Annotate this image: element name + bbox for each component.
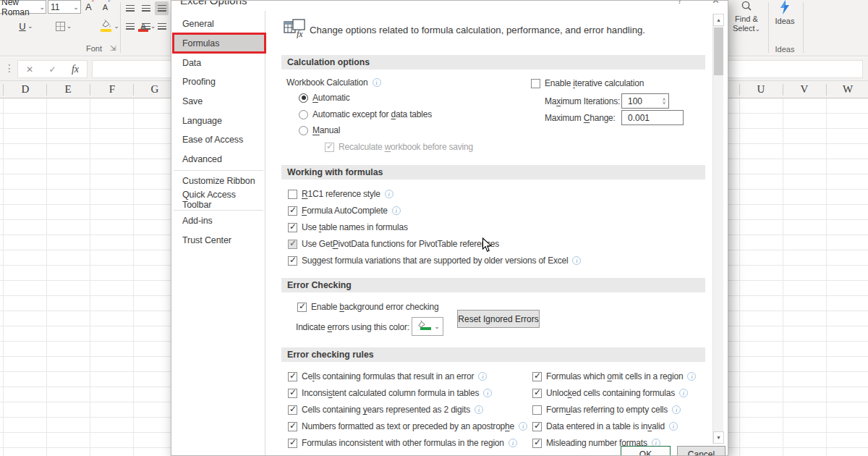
checkbox-icon[interactable] [288, 405, 297, 415]
error-color-dropdown[interactable] [412, 317, 443, 336]
checkbox-icon[interactable] [288, 223, 297, 232]
checkbox-icon[interactable] [532, 405, 542, 415]
checkbox-r1c1-reference-style[interactable]: R1C1 reference style [288, 188, 393, 200]
info-icon [669, 422, 678, 431]
scrollbar-thumb[interactable] [714, 28, 723, 75]
column-header-v[interactable]: V [801, 83, 809, 96]
radio-icon[interactable] [299, 93, 308, 103]
decrease-font-size-button[interactable]: A [98, 0, 114, 14]
checkbox-cells-formula-error[interactable]: Cells containing formulas that result in… [288, 371, 487, 382]
scroll-down-button[interactable]: ▼ [713, 431, 724, 444]
section-working-with-formulas: Working with formulas [281, 165, 705, 180]
fill-color-button[interactable] [94, 18, 126, 34]
checkbox-invalid-table-data[interactable]: Data entered in a table is invalid [532, 421, 678, 432]
checkbox-inconsistent-column-formula[interactable]: Inconsistent calculated column formula i… [288, 387, 492, 399]
radio-icon[interactable] [299, 110, 308, 119]
sidebar-item-trust-center[interactable]: Trust Center [174, 231, 265, 250]
ok-button[interactable]: OK [621, 446, 671, 456]
column-header-u[interactable]: U [757, 83, 765, 96]
max-change-input[interactable]: 0.001 [621, 110, 684, 125]
checkbox-enable-background-error-checking[interactable]: Enable background error checking [297, 301, 438, 313]
checkbox-icon[interactable] [532, 389, 542, 398]
align-left-button[interactable] [123, 20, 137, 33]
checkbox-formulas-omit-cells[interactable]: Formulas which omit cells in a region [532, 371, 696, 382]
checkbox-enable-iterative-calculation[interactable]: Enable iterative calculation [531, 77, 644, 89]
font-dialog-launcher-icon[interactable] [110, 44, 116, 52]
sidebar-item-quick-access-toolbar[interactable]: Quick Access Toolbar [174, 190, 265, 209]
sidebar-item-ease-of-access[interactable]: Ease of Access [174, 130, 265, 149]
radio-icon[interactable] [299, 126, 308, 135]
sidebar-item-general[interactable]: General [174, 14, 265, 33]
checkbox-icon[interactable] [288, 256, 297, 266]
scroll-up-button[interactable]: ▲ [713, 14, 724, 26]
column-header-w[interactable]: W [843, 83, 853, 96]
help-icon[interactable]: ? [677, 0, 682, 6]
align-center-button[interactable] [139, 20, 153, 33]
max-iterations-input[interactable]: 100 [621, 93, 669, 109]
font-name-combo[interactable]: New Roman [0, 0, 46, 14]
sidebar-item-customize-ribbon[interactable]: Customize Ribbon [174, 172, 265, 190]
close-icon[interactable]: ✕ [712, 0, 720, 6]
valign-middle-button[interactable] [139, 1, 153, 15]
checkbox-unlocked-cells-formulas[interactable]: Unlocked cells containing formulas [532, 387, 688, 399]
checkbox-suggest-formula-variations[interactable]: Suggest formula variations that are supp… [288, 255, 581, 266]
checkbox-formulas-empty-cells[interactable]: Formulas referring to empty cells [532, 404, 681, 415]
checkbox-icon[interactable] [532, 439, 542, 448]
group-separator [803, 2, 804, 53]
column-header-e[interactable]: E [64, 83, 71, 96]
checkbox-icon[interactable] [288, 206, 297, 216]
checkbox-icon[interactable] [288, 372, 297, 381]
info-icon [572, 256, 581, 265]
borders-button[interactable] [49, 18, 80, 34]
info-icon [392, 206, 401, 215]
find-select-button[interactable]: Find & Select [727, 0, 766, 34]
info-icon [672, 405, 681, 414]
checkbox-icon[interactable] [288, 240, 297, 249]
cancel-icon[interactable]: ✕ [26, 64, 33, 75]
section-error-checking-rules: Error checking rules [281, 347, 705, 362]
valign-top-button[interactable] [123, 1, 137, 15]
checkbox-use-getpivotdata[interactable]: Use GetPivotData functions for PivotTabl… [288, 238, 499, 250]
valign-bottom-button[interactable] [155, 1, 169, 15]
font-size-combo[interactable]: 11 [48, 0, 81, 14]
radio-manual[interactable]: Manual [299, 124, 340, 136]
checkbox-two-digit-years[interactable]: Cells containing years represented as 2 … [288, 404, 483, 415]
column-header-f[interactable]: F [109, 83, 115, 96]
reset-ignored-errors-button[interactable]: Reset Ignored Errors [457, 310, 540, 328]
sidebar-item-formulas[interactable]: Formulas [174, 34, 265, 53]
checkbox-icon[interactable] [297, 303, 307, 312]
checkbox-icon[interactable] [532, 422, 542, 431]
enter-icon[interactable]: ✓ [48, 64, 56, 75]
ideas-button[interactable]: Ideas [769, 0, 801, 26]
checkbox-use-table-names[interactable]: Use table names in formulas [288, 221, 408, 233]
radio-automatic[interactable]: Automatic [299, 92, 350, 104]
checkbox-icon[interactable] [532, 372, 542, 381]
dialog-scrollbar[interactable]: ▲ ▼ [712, 14, 723, 444]
checkbox-formula-autocomplete[interactable]: Formula AutoComplete [288, 205, 401, 216]
align-lines-icon [142, 5, 150, 12]
column-header-g[interactable]: G [151, 83, 159, 96]
checkbox-icon[interactable] [288, 190, 297, 199]
checkbox-formulas-inconsistent-region[interactable]: Formulas inconsistent with other formula… [288, 437, 517, 449]
column-header-d[interactable]: D [22, 83, 30, 96]
insert-function-icon[interactable]: fx [72, 64, 79, 75]
checkbox-icon[interactable] [531, 79, 540, 88]
spinner-icon[interactable] [663, 98, 665, 105]
sidebar-item-proofing[interactable]: Proofing [174, 72, 265, 91]
chevron-down-icon [72, 4, 80, 11]
checkbox-icon[interactable] [288, 389, 297, 398]
checkbox-numbers-as-text[interactable]: Numbers formatted as text or preceded by… [288, 421, 527, 432]
checkbox-icon[interactable] [288, 422, 297, 431]
radio-automatic-except-data-tables[interactable]: Automatic except for data tables [299, 109, 432, 120]
sidebar-item-add-ins[interactable]: Add-ins [174, 211, 265, 230]
sidebar-item-save[interactable]: Save [174, 92, 265, 111]
sidebar-item-language[interactable]: Language [174, 111, 265, 130]
sidebar-item-data[interactable]: Data [174, 54, 265, 72]
align-right-button[interactable] [155, 20, 169, 33]
underline-button[interactable]: U [16, 18, 38, 34]
increase-font-size-button[interactable]: A [82, 0, 98, 14]
cancel-button[interactable]: Cancel [677, 446, 726, 456]
checkbox-icon[interactable] [288, 439, 297, 448]
sidebar-item-advanced[interactable]: Advanced [174, 150, 265, 169]
drag-handle-icon[interactable] [4, 62, 14, 74]
